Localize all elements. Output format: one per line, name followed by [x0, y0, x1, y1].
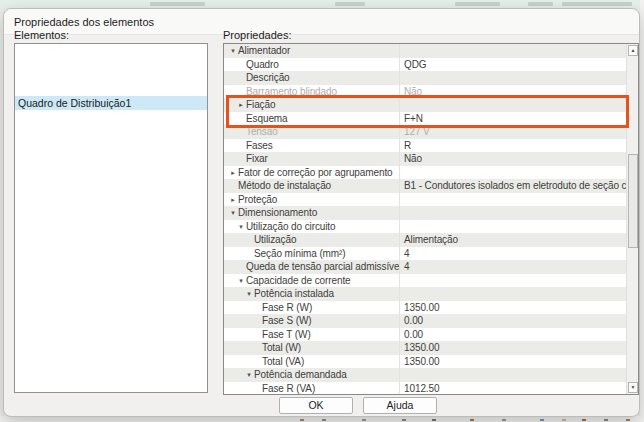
list-item[interactable]: Quadro de Distribuição1 [15, 96, 207, 110]
property-label: Queda de tensão parcial admissível (%) [246, 261, 400, 272]
properties-label: Propriedades: [223, 29, 292, 41]
property-row-dimensionamento[interactable]: ▾Dimensionamento [224, 206, 626, 220]
property-label: Fiação [246, 99, 275, 110]
property-value[interactable]: Não [400, 152, 626, 166]
collapse-icon[interactable]: ▾ [228, 206, 238, 220]
property-row-fase-r-va[interactable]: Fase R (VA)1012.50 [224, 382, 626, 395]
property-row-utilizacao[interactable]: UtilizaçãoAlimentação [224, 233, 626, 247]
help-button[interactable]: Ajuda [363, 397, 437, 414]
expand-icon[interactable]: ▸ [228, 166, 238, 180]
property-value[interactable]: 0.00 [400, 314, 626, 328]
background-text-smudge [335, 2, 365, 6]
collapse-icon[interactable]: ▾ [228, 44, 238, 58]
elements-label: Elementos: [14, 29, 69, 41]
property-label: Alimentador [238, 45, 290, 56]
property-row-alimentador[interactable]: ▾Alimentador [224, 44, 626, 58]
property-value[interactable]: 1012.50 [400, 382, 626, 395]
property-label: Descrição [246, 72, 290, 83]
property-row-secao-minima[interactable]: Seção mínima (mm²)4 [224, 247, 626, 261]
property-row-esquema[interactable]: EsquemaF+N [224, 112, 626, 126]
property-value[interactable]: Não [400, 85, 626, 99]
property-row-descricao[interactable]: Descrição [224, 71, 626, 85]
property-value[interactable]: 4 [400, 260, 626, 274]
collapse-icon[interactable]: ▾ [244, 368, 254, 382]
property-row-fase-r-w[interactable]: Fase R (W)1350.00 [224, 301, 626, 315]
property-row-metodo-instalacao[interactable]: Método de instalaçãoB1 - Condutores isol… [224, 179, 626, 193]
elements-list[interactable]: Quadro de Distribuição1 [14, 43, 208, 393]
property-row-barramento-blindado[interactable]: Barramento blindadoNão [224, 85, 626, 99]
property-row-fixar[interactable]: FixarNão [224, 152, 626, 166]
properties-dialog: Propriedades dos elementos Elementos: Qu… [3, 8, 640, 417]
background-artifact [322, 419, 326, 421]
property-value[interactable] [400, 206, 626, 220]
property-label: Tensão [246, 126, 278, 137]
property-value[interactable]: 0.00 [400, 328, 626, 342]
property-row-potencia-demandada[interactable]: ▾Potência demandada [224, 368, 626, 382]
property-value[interactable]: 1350.00 [400, 341, 626, 355]
property-label: Quadro [246, 59, 279, 70]
property-value[interactable]: R [400, 139, 626, 153]
property-label: Total (W) [262, 342, 301, 353]
property-value[interactable]: B1 - Condutores isolados em eletroduto d… [400, 179, 626, 193]
property-row-fiacao[interactable]: ▸Fiação [224, 98, 626, 112]
background-artifact [604, 419, 608, 421]
background-artifact [626, 419, 630, 421]
property-grid: ▾AlimentadorQuadroQDGDescriçãoBarramento… [223, 43, 639, 395]
property-value[interactable] [400, 287, 626, 301]
property-label: Fases [246, 140, 273, 151]
collapse-icon[interactable]: ▾ [236, 220, 246, 234]
property-value[interactable]: F+N [400, 112, 626, 126]
background-artifact [402, 419, 406, 421]
property-label: Esquema [246, 113, 288, 124]
property-row-total-va[interactable]: Total (VA)1350.00 [224, 355, 626, 369]
vertical-scrollbar[interactable]: ▲ ▼ [626, 44, 638, 394]
scroll-up-icon[interactable]: ▲ [628, 45, 638, 56]
property-value[interactable] [400, 166, 626, 180]
property-value[interactable] [400, 71, 626, 85]
property-label: Dimensionamento [238, 207, 317, 218]
property-value[interactable]: Alimentação [400, 233, 626, 247]
property-row-queda-tensao[interactable]: Queda de tensão parcial admissível (%)4 [224, 260, 626, 274]
property-value[interactable] [400, 368, 626, 382]
property-row-fase-s-w[interactable]: Fase S (W)0.00 [224, 314, 626, 328]
property-value[interactable]: 4 [400, 247, 626, 261]
property-row-total-w[interactable]: Total (W)1350.00 [224, 341, 626, 355]
expand-icon[interactable]: ▸ [236, 98, 246, 112]
property-label: Seção mínima (mm²) [254, 248, 346, 259]
scroll-down-icon[interactable]: ▼ [628, 382, 638, 393]
property-label: Fase T (W) [262, 329, 311, 340]
property-value[interactable]: 1350.00 [400, 301, 626, 315]
property-value[interactable]: 1350.00 [400, 355, 626, 369]
property-row-utilizacao-circuito[interactable]: ▾Utilização do circuito [224, 220, 626, 234]
ok-button[interactable]: OK [279, 397, 353, 414]
property-value[interactable] [400, 44, 626, 58]
expand-icon[interactable]: ▸ [228, 193, 238, 207]
property-row-tensao[interactable]: Tensão127 V [224, 125, 626, 139]
background-artifact [432, 419, 436, 421]
property-label: Fixar [246, 153, 268, 164]
property-label: Método de instalação [238, 180, 331, 191]
property-row-potencia-instalada[interactable]: ▾Potência instalada [224, 287, 626, 301]
collapse-icon[interactable]: ▾ [244, 287, 254, 301]
background-artifact [562, 419, 566, 421]
background-artifact [540, 419, 544, 421]
property-row-capacidade-corrente[interactable]: ▾Capacidade de corrente [224, 274, 626, 288]
property-row-fator-correcao[interactable]: ▸Fator de correção por agrupamento [224, 166, 626, 180]
property-value[interactable]: QDG [400, 58, 626, 72]
property-value[interactable] [400, 98, 626, 112]
property-label: Fase R (VA) [262, 383, 315, 394]
property-row-fases[interactable]: FasesR [224, 139, 626, 153]
property-row-quadro[interactable]: QuadroQDG [224, 58, 626, 72]
property-value[interactable] [400, 220, 626, 234]
property-value[interactable]: 127 V [400, 125, 626, 139]
property-row-protecao[interactable]: ▸Proteção [224, 193, 626, 207]
property-label: Capacidade de corrente [246, 275, 351, 286]
property-value[interactable] [400, 274, 626, 288]
background-text-smudge [528, 2, 553, 6]
property-row-fase-t-w[interactable]: Fase T (W)0.00 [224, 328, 626, 342]
background-artifact [582, 419, 586, 421]
scrollbar-thumb[interactable] [628, 154, 638, 248]
property-value[interactable] [400, 193, 626, 207]
background-text-smudge [150, 2, 205, 6]
collapse-icon[interactable]: ▾ [236, 274, 246, 288]
